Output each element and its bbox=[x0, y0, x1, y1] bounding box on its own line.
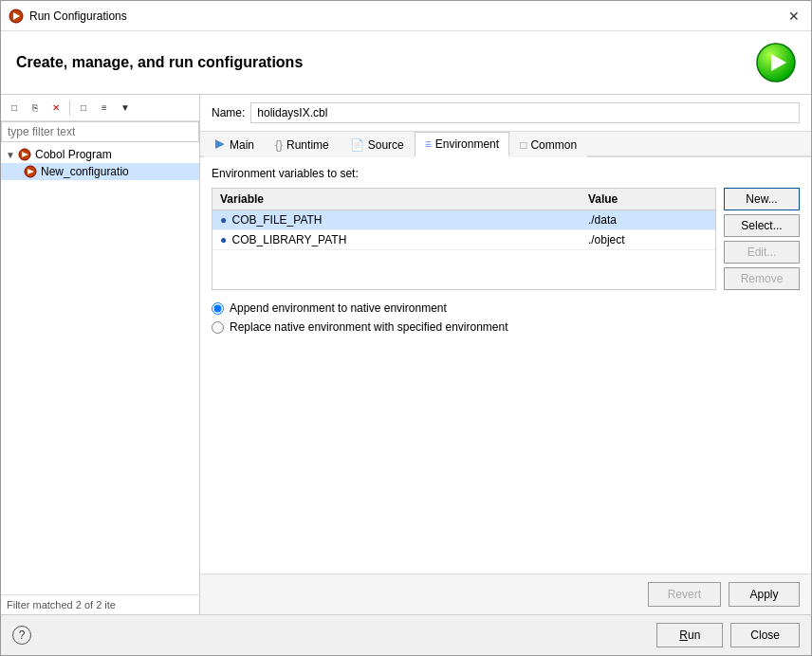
main-tab-icon: ⯈ bbox=[214, 138, 226, 152]
table-row[interactable]: ● COB_FILE_PATH ./data bbox=[212, 210, 715, 230]
tab-main-label: Main bbox=[230, 138, 254, 152]
collapse-config-button[interactable]: ≡ bbox=[95, 99, 114, 118]
tree-group-label: Cobol Program bbox=[35, 148, 112, 161]
sidebar-footer: Filter matched 2 of 2 ite bbox=[1, 594, 199, 614]
source-tab-icon: 📄 bbox=[350, 138, 364, 152]
tab-main[interactable]: ⯈ Main bbox=[204, 132, 265, 157]
remove-env-button[interactable]: Remove bbox=[724, 267, 800, 290]
tab-environment[interactable]: ≡ Environment bbox=[415, 132, 509, 157]
radio-append[interactable] bbox=[212, 302, 224, 315]
tree-area: ▼ Cobol Program bbox=[1, 142, 199, 594]
edit-env-button[interactable]: Edit... bbox=[724, 241, 800, 264]
header-section: Create, manage, and run configurations bbox=[1, 31, 811, 95]
delete-config-button[interactable]: ✕ bbox=[46, 99, 65, 118]
common-tab-icon: □ bbox=[520, 138, 526, 152]
tree-arrow-icon: ▼ bbox=[5, 150, 16, 160]
dialog-footer: ? Run Close bbox=[1, 614, 811, 655]
close-title-button[interactable]: ✕ bbox=[784, 8, 803, 25]
radio-replace-label: Replace native environment with specifie… bbox=[230, 320, 508, 334]
app-icon bbox=[9, 9, 24, 24]
revert-button[interactable]: Revert bbox=[648, 582, 721, 607]
duplicate-config-button[interactable]: ⎘ bbox=[26, 99, 45, 118]
table-cell-value: ./object bbox=[581, 230, 715, 250]
radio-append-label: Append environment to native environment bbox=[230, 301, 447, 315]
env-table-area: Variable Value ● COB_FILE_PATH bbox=[212, 188, 800, 290]
tree-child-item[interactable]: New_configuratio bbox=[1, 163, 199, 180]
name-label: Name: bbox=[212, 106, 245, 119]
bullet-icon: ● bbox=[220, 213, 227, 227]
filter-input[interactable] bbox=[1, 121, 199, 142]
new-config-button[interactable]: □ bbox=[5, 99, 24, 118]
env-tab-icon: ≡ bbox=[425, 137, 432, 151]
table-row[interactable]: ● COB_LIBRARY_PATH ./object bbox=[212, 230, 715, 250]
tab-runtime-label: Runtime bbox=[286, 138, 329, 152]
cobol-item-icon bbox=[24, 165, 37, 178]
help-button[interactable]: ? bbox=[12, 626, 31, 645]
run-button[interactable]: Run bbox=[656, 623, 723, 647]
sidebar: □ ⎘ ✕ □ ≡ ▼ ▼ bbox=[1, 95, 200, 614]
table-cell-variable: ● COB_LIBRARY_PATH bbox=[212, 230, 581, 250]
tab-source[interactable]: 📄 Source bbox=[340, 132, 415, 157]
tabs-row: ⯈ Main {} Runtime 📄 Source ≡ Environment… bbox=[200, 132, 811, 157]
close-button[interactable]: Close bbox=[730, 623, 800, 647]
env-buttons: New... Select... Edit... Remove bbox=[724, 188, 800, 290]
radio-group: Append environment to native environment… bbox=[212, 301, 800, 334]
col-variable: Variable bbox=[212, 189, 581, 210]
cobol-group-icon bbox=[18, 148, 31, 161]
dialog-title: Run Configurations bbox=[29, 9, 127, 23]
run-circle-icon bbox=[756, 43, 796, 82]
run-configurations-dialog: Run Configurations ✕ Create, manage, and… bbox=[0, 0, 812, 656]
name-input[interactable] bbox=[250, 102, 800, 123]
env-table-wrapper: Variable Value ● COB_FILE_PATH bbox=[212, 188, 716, 290]
radio-append-row[interactable]: Append environment to native environment bbox=[212, 301, 800, 315]
env-section-label: Environment variables to set: bbox=[212, 167, 800, 180]
new-env-button[interactable]: New... bbox=[724, 188, 800, 210]
name-row: Name: bbox=[200, 95, 811, 132]
tab-common-label: Common bbox=[530, 138, 577, 152]
tab-runtime[interactable]: {} Runtime bbox=[265, 132, 340, 157]
tab-common[interactable]: □ Common bbox=[509, 132, 587, 157]
env-tab-content: Environment variables to set: Variable V… bbox=[200, 157, 811, 574]
env-table: Variable Value ● COB_FILE_PATH bbox=[212, 189, 715, 250]
tree-group-cobol[interactable]: ▼ Cobol Program bbox=[1, 146, 199, 163]
header-title: Create, manage, and run configurations bbox=[16, 54, 303, 71]
filter-config-button[interactable]: □ bbox=[74, 99, 93, 118]
apply-button[interactable]: Apply bbox=[729, 582, 800, 607]
radio-replace-row[interactable]: Replace native environment with specifie… bbox=[212, 320, 800, 334]
bullet-icon: ● bbox=[220, 233, 227, 246]
table-cell-variable: ● COB_FILE_PATH bbox=[212, 210, 581, 230]
table-cell-value: ./data bbox=[581, 210, 715, 230]
view-menu-button[interactable]: ▼ bbox=[116, 99, 135, 118]
right-panel: Name: ⯈ Main {} Runtime 📄 Source ≡ bbox=[200, 95, 811, 614]
sidebar-toolbar: □ ⎘ ✕ □ ≡ ▼ bbox=[1, 95, 199, 121]
footer-buttons: Run Close bbox=[656, 623, 800, 647]
bottom-buttons: Revert Apply bbox=[200, 574, 811, 614]
tab-source-label: Source bbox=[368, 138, 404, 152]
tree-child-label: New_configuratio bbox=[41, 165, 129, 178]
radio-replace[interactable] bbox=[212, 321, 224, 334]
runtime-tab-icon: {} bbox=[275, 138, 283, 152]
main-content: □ ⎘ ✕ □ ≡ ▼ ▼ bbox=[1, 95, 811, 614]
select-env-button[interactable]: Select... bbox=[724, 214, 800, 237]
tab-environment-label: Environment bbox=[435, 137, 499, 151]
toolbar-separator bbox=[69, 100, 70, 116]
title-bar: Run Configurations ✕ bbox=[1, 1, 811, 31]
col-value: Value bbox=[581, 189, 715, 210]
